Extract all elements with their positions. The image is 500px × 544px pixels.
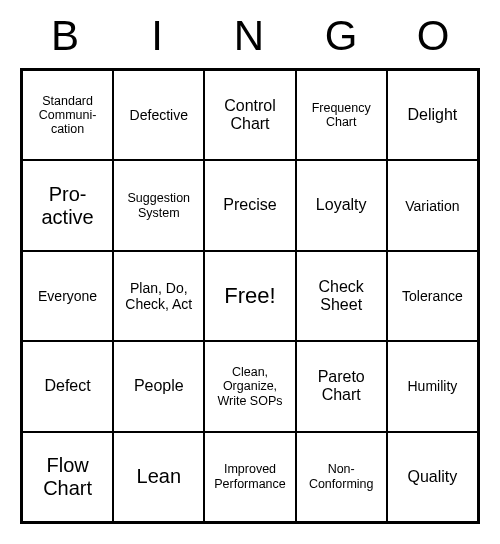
bingo-cell[interactable]: Plan, Do, Check, Act xyxy=(113,251,204,341)
bingo-cell[interactable]: Pareto Chart xyxy=(296,341,387,431)
bingo-cell[interactable]: Check Sheet xyxy=(296,251,387,341)
bingo-cell[interactable]: Humility xyxy=(387,341,478,431)
bingo-grid: Standard Communi-cation Defective Contro… xyxy=(20,68,480,524)
bingo-cell[interactable]: Non-Conforming xyxy=(296,432,387,522)
bingo-cell[interactable]: Quality xyxy=(387,432,478,522)
bingo-cell[interactable]: Flow Chart xyxy=(22,432,113,522)
bingo-cell[interactable]: Improved Performance xyxy=(204,432,295,522)
bingo-cell[interactable]: Lean xyxy=(113,432,204,522)
bingo-header: B I N G O xyxy=(20,12,480,60)
header-letter-o: O xyxy=(388,12,480,60)
bingo-cell[interactable]: Suggestion System xyxy=(113,160,204,250)
bingo-cell-free[interactable]: Free! xyxy=(204,251,295,341)
bingo-cell[interactable]: Defective xyxy=(113,70,204,160)
bingo-cell[interactable]: Everyone xyxy=(22,251,113,341)
bingo-cell[interactable]: Loyalty xyxy=(296,160,387,250)
header-letter-n: N xyxy=(204,12,296,60)
bingo-cell[interactable]: Variation xyxy=(387,160,478,250)
bingo-cell[interactable]: Precise xyxy=(204,160,295,250)
bingo-cell[interactable]: Frequency Chart xyxy=(296,70,387,160)
bingo-cell[interactable]: Defect xyxy=(22,341,113,431)
bingo-cell[interactable]: Standard Communi-cation xyxy=(22,70,113,160)
bingo-cell[interactable]: Tolerance xyxy=(387,251,478,341)
bingo-cell[interactable]: Clean, Organize, Write SOPs xyxy=(204,341,295,431)
header-letter-g: G xyxy=(296,12,388,60)
header-letter-i: I xyxy=(112,12,204,60)
bingo-cell[interactable]: Pro-active xyxy=(22,160,113,250)
bingo-cell[interactable]: Delight xyxy=(387,70,478,160)
header-letter-b: B xyxy=(20,12,112,60)
bingo-cell[interactable]: People xyxy=(113,341,204,431)
bingo-cell[interactable]: Control Chart xyxy=(204,70,295,160)
